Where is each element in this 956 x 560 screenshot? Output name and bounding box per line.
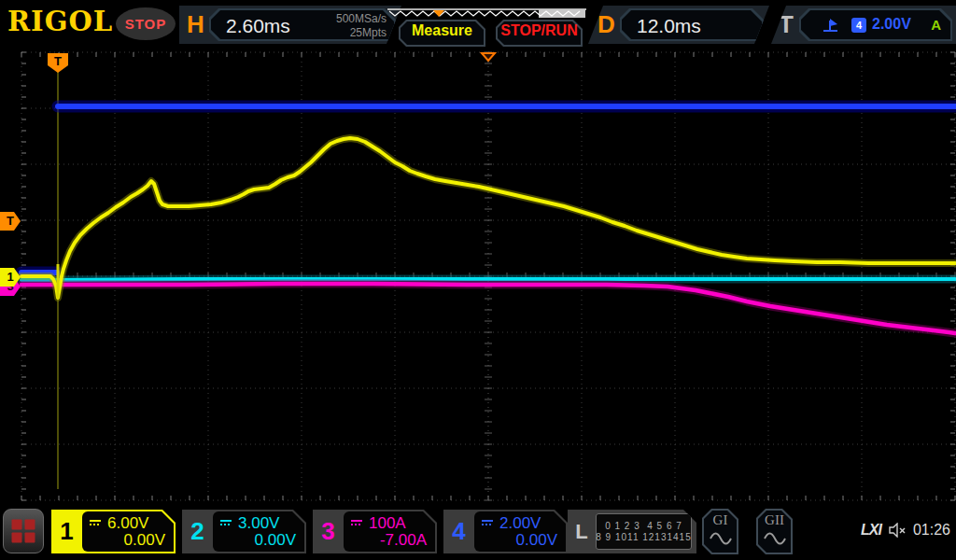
dc-coupling-icon bbox=[89, 520, 103, 528]
channel-4-offset: 0.00V bbox=[516, 531, 557, 550]
channel-2-scale: 3.00V bbox=[238, 514, 279, 533]
channel-3-offset: -7.00A bbox=[380, 531, 427, 550]
clock: 01:26 bbox=[913, 522, 950, 539]
waveform-display bbox=[0, 0, 956, 560]
acquisition-info: 500MSa/s 25Mpts bbox=[336, 12, 387, 40]
bottom-bar: 1 6.00V 0.00V 2 3.00V 0.00V 3 100A -7.00… bbox=[0, 502, 956, 560]
delay-value: 12.0ms bbox=[637, 15, 701, 37]
oscilloscope-screen: T 3 1 T RIGOL STOP H 2.60ms 500MSa/s 25M… bbox=[0, 0, 956, 560]
channel-3-scale: 100A bbox=[369, 514, 406, 533]
dc-coupling-icon bbox=[481, 520, 495, 528]
timebase-value: 2.60ms bbox=[226, 15, 290, 37]
trigger-slope-icon bbox=[822, 17, 840, 35]
sine-wave-icon bbox=[763, 531, 787, 546]
sine-wave-icon bbox=[709, 531, 733, 546]
channel-1-scale: 6.00V bbox=[107, 514, 148, 533]
logic-row-1: 0 1 2 3 4 5 6 7 bbox=[605, 521, 682, 531]
measure-button[interactable]: Measure bbox=[399, 20, 485, 47]
channel-4-box[interactable]: 4 2.00V 0.00V bbox=[443, 510, 568, 553]
menu-icon[interactable] bbox=[3, 509, 44, 553]
trigger-label: T bbox=[779, 10, 794, 39]
trigger-sweep-mode: A bbox=[931, 17, 941, 33]
stop-run-button[interactable]: STOP/RUN bbox=[496, 20, 583, 47]
logic-row-2: 8 9 1011 12131415 bbox=[596, 532, 691, 542]
channel-2-offset: 0.00V bbox=[255, 531, 296, 550]
trigger-tab[interactable]: T 4 2.00V A bbox=[771, 6, 956, 44]
trigger-level-value: 2.00V bbox=[872, 16, 911, 33]
horizontal-label: H bbox=[187, 10, 204, 39]
rigol-logo: RIGOL bbox=[7, 4, 116, 39]
top-bar: RIGOL STOP H 2.60ms 500MSa/s 25Mpts Meas… bbox=[0, 0, 956, 49]
channel-1-offset: 0.00V bbox=[124, 531, 165, 550]
display-window-region[interactable] bbox=[539, 9, 585, 18]
logic-channels-box[interactable]: L 0 1 2 3 4 5 6 7 8 9 1011 12131415 bbox=[568, 510, 696, 553]
generator-1-button[interactable]: GI bbox=[702, 509, 738, 554]
dc-coupling-icon bbox=[350, 520, 364, 528]
dc-coupling-icon bbox=[219, 520, 233, 528]
channel-4-scale: 2.00V bbox=[499, 514, 541, 533]
generator-2-button[interactable]: GII bbox=[756, 509, 793, 554]
trigger-source-badge: 4 bbox=[851, 18, 866, 33]
delay-tab[interactable]: D 12.0ms bbox=[588, 6, 769, 44]
horizontal-tab[interactable]: H 2.60ms 500MSa/s 25Mpts bbox=[179, 6, 401, 44]
channel-1-box[interactable]: 1 6.00V 0.00V bbox=[51, 510, 176, 553]
memory-position-bar[interactable] bbox=[387, 8, 586, 19]
speaker-muted-icon[interactable] bbox=[888, 523, 907, 538]
channel-3-box[interactable]: 3 100A -7.00A bbox=[313, 510, 437, 553]
channel-2-box[interactable]: 2 3.00V 0.00V bbox=[182, 510, 306, 553]
lxi-logo: LXI bbox=[861, 522, 881, 539]
delay-label: D bbox=[598, 10, 615, 39]
run-state-badge[interactable]: STOP bbox=[116, 7, 176, 40]
